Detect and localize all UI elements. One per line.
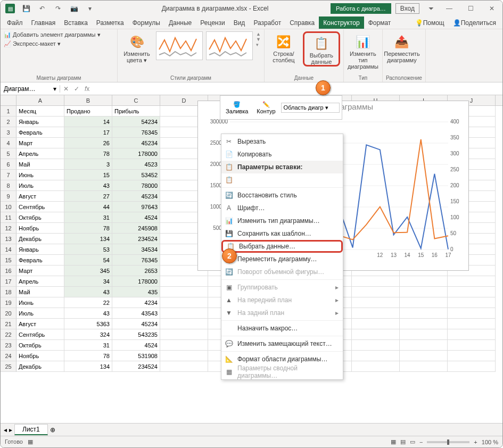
ctx-format-area[interactable]: 📐Формат области диаграммы… — [221, 353, 343, 366]
tab-formulas[interactable]: Формулы — [128, 16, 164, 29]
view-normal-icon[interactable]: ▦ — [391, 438, 396, 445]
select-data-ribbon-button[interactable]: 📋 Выбрать данные — [306, 33, 337, 65]
close-button[interactable]: ✕ — [481, 1, 502, 16]
sheet-tab-1[interactable]: Лист1 — [14, 424, 48, 435]
ctx-change-type[interactable]: 📊Изменить тип диаграммы… — [221, 214, 343, 227]
back-icon: ▼ — [225, 309, 233, 317]
svg-text:350: 350 — [450, 135, 459, 140]
svg-text:250: 250 — [450, 167, 459, 172]
macro-record-icon[interactable]: ▦ — [28, 438, 33, 445]
ctx-assign-macro[interactable]: Назначить макрос… — [221, 322, 343, 335]
svg-text:400: 400 — [450, 119, 459, 125]
tab-home[interactable]: Главная — [27, 16, 60, 29]
view-layout-icon[interactable]: ▤ — [400, 438, 406, 445]
tab-layout[interactable]: Разметка — [92, 16, 128, 29]
row-headers: 1234567891011121314151617181920212223242… — [1, 106, 17, 372]
ctx-reset-style[interactable]: 🔄Восстановить стиль — [221, 189, 343, 202]
enter-icon[interactable]: ✓ — [74, 85, 79, 93]
tab-data[interactable]: Данные — [164, 16, 196, 29]
sheet-nav-prev[interactable]: ▸ — [9, 426, 12, 434]
camera-icon[interactable]: 📷 — [67, 1, 81, 16]
ctx-select-data[interactable]: 📋Выбрать данные… — [221, 240, 343, 253]
save-icon[interactable]: 💾 — [19, 1, 34, 16]
ctx-save-template[interactable]: 💾Сохранить как шаблон… — [221, 227, 343, 240]
group-layouts-label: Макеты диаграмм — [4, 74, 114, 82]
tab-view[interactable]: Вид — [229, 16, 250, 29]
tab-design[interactable]: Конструктор — [319, 16, 364, 29]
ctx-bring-front: ▲На передний план▸ — [221, 294, 343, 306]
styles-scroll[interactable]: ▲▼▾ — [256, 31, 261, 47]
tab-help[interactable]: Справка — [285, 16, 319, 29]
undo-icon[interactable]: ↶ — [35, 1, 50, 16]
alttext-icon: 💬 — [225, 340, 233, 347]
new-sheet-button[interactable]: ⊕ — [50, 426, 55, 434]
qat-customize-icon[interactable]: ▾ — [83, 1, 97, 16]
switch-icon: 🔀 — [275, 34, 292, 51]
group-icon: ▣ — [225, 284, 233, 291]
reset-icon: 🔄 — [225, 192, 233, 199]
tellme[interactable]: 💡 Помощ — [411, 16, 449, 29]
zoom-out-button[interactable]: − — [419, 439, 423, 445]
ctx-font[interactable]: AШрифт… — [221, 202, 343, 214]
chart-style-1[interactable] — [156, 31, 203, 60]
fill-button[interactable]: 🪣Заливка — [222, 100, 251, 115]
name-box[interactable]: Диаграм…▾ — [1, 85, 60, 93]
ctx-move-chart[interactable]: 📤Переместить диаграмму… — [221, 253, 343, 266]
app-menu-icon[interactable]: ▤ — [3, 1, 18, 16]
zoom-level[interactable]: 100 % — [482, 439, 498, 445]
add-chart-element-button[interactable]: 📊 Добавить элемент диаграммы ▾ — [4, 31, 101, 38]
cancel-icon[interactable]: ✕ — [63, 85, 69, 93]
svg-text:16: 16 — [432, 252, 438, 258]
chart-tools-label: Работа с диагра… — [331, 3, 391, 14]
font-icon: A — [225, 204, 233, 212]
quick-layout-button[interactable]: 📈 Экспресс-макет ▾ — [4, 40, 61, 47]
ribbon-options-icon[interactable]: ⏷ — [424, 1, 439, 16]
tab-review[interactable]: Рецензи — [196, 16, 229, 29]
svg-text:17: 17 — [445, 252, 451, 258]
svg-text:0: 0 — [450, 246, 453, 252]
worksheet-grid[interactable]: A B C D E F G H I J 12345678910111213141… — [1, 95, 502, 407]
tab-format[interactable]: Формат — [364, 16, 395, 29]
clipboard-icon: 📋 — [225, 176, 233, 184]
minimize-button[interactable]: — — [439, 1, 460, 16]
fx-icon[interactable]: fx — [85, 85, 89, 93]
sheet-nav-first[interactable]: ◂ — [4, 426, 7, 434]
tab-developer[interactable]: Разработ — [249, 16, 285, 29]
outline-button[interactable]: ✏️Контур — [253, 100, 278, 115]
copy-icon: 📄 — [225, 151, 233, 158]
share-button[interactable]: 👤 Поделиться — [449, 16, 500, 29]
chart-element-selector[interactable]: Область диагр ▾ — [281, 103, 340, 113]
col-A[interactable]: A — [17, 95, 64, 105]
sheet-tab-bar: ◂ ▸ Лист1 ⊕ — [1, 423, 502, 436]
tab-insert[interactable]: Вставка — [60, 16, 92, 29]
move-chart-button[interactable]: 📤 Переместить диаграмму — [386, 31, 418, 63]
tab-file[interactable]: Файл — [3, 16, 27, 29]
cut-icon: ✂ — [225, 138, 233, 145]
signin-button[interactable]: Вход — [395, 3, 419, 14]
change-chart-type-button[interactable]: 📊 Изменить тип диаграммы — [347, 31, 379, 70]
ctx-cut[interactable]: ✂Вырезать — [221, 135, 343, 148]
zoom-slider[interactable] — [427, 441, 469, 443]
zoom-in-button[interactable]: + — [474, 439, 477, 445]
redo-icon[interactable]: ↷ — [51, 1, 65, 16]
ctx-rotate-3d: 🔄Поворот объемной фигуры… — [221, 266, 343, 278]
group-data-label: Данные — [268, 74, 340, 82]
format-icon: 📐 — [225, 355, 233, 363]
switch-row-column-button[interactable]: 🔀 Строка/столбец — [268, 31, 300, 63]
svg-text:14: 14 — [405, 252, 411, 258]
view-pagebreak-icon[interactable]: ▭ — [410, 438, 415, 445]
ctx-copy[interactable]: 📄Копировать — [221, 148, 343, 161]
ribbon-tabs: Файл Главная Вставка Разметка Формулы Да… — [1, 16, 502, 29]
col-B[interactable]: B — [64, 95, 112, 105]
formula-bar: Диаграм…▾ ✕ ✓ fx — [1, 82, 502, 95]
callout-badge-1: 1 — [316, 80, 331, 95]
ribbon: 📊 Добавить элемент диаграммы ▾ 📈 Экспрес… — [1, 29, 502, 82]
chart-style-2[interactable] — [206, 31, 253, 60]
ctx-alt-text[interactable]: 💬Изменить замещающий текст… — [221, 337, 343, 350]
maximize-button[interactable]: ☐ — [460, 1, 481, 16]
group-location-label: Расположение — [386, 74, 422, 82]
col-C[interactable]: C — [112, 95, 160, 105]
change-colors-button[interactable]: 🎨 Изменить цвета ▾ — [121, 31, 153, 63]
move-chart-icon: 📤 — [393, 34, 410, 51]
ctx-paste-options: 📋Параметры вставки: — [221, 161, 343, 173]
